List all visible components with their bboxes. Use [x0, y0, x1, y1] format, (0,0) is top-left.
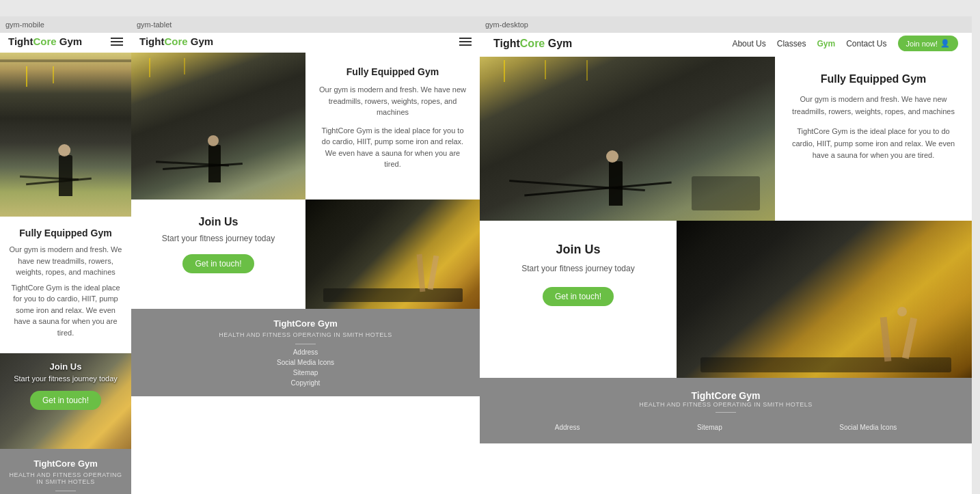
- equipped-text2: TightCore Gym is the ideal place for you…: [8, 282, 123, 339]
- desktop-hero-image: [480, 57, 775, 221]
- desktop-equipped-content: Fully Equipped Gym Our gym is modern and…: [775, 57, 972, 221]
- tablet-equipped-title: Fully Equipped Gym: [316, 66, 469, 77]
- nav-classes[interactable]: Classes: [777, 39, 806, 49]
- desktop-footer-tagline: HEALTH AND FITNESS OPERATING IN SMITH HO…: [496, 401, 955, 408]
- desktop-join-section: Join Us Start your fitness journey today…: [480, 221, 677, 378]
- tablet-join-title: Join Us: [145, 216, 292, 228]
- tablet-hamburger[interactable]: [459, 38, 472, 46]
- hamburger-menu[interactable]: [111, 38, 123, 46]
- desktop-footer-social[interactable]: Social Media Icons: [839, 424, 897, 431]
- tablet-brand: TightCore Gym: [139, 36, 213, 47]
- desktop-label: gym-desktop: [480, 16, 972, 33]
- tablet-treadmill-image: [305, 200, 480, 309]
- desktop-join-button[interactable]: Get in touch!: [543, 287, 614, 306]
- tablet-footer-tagline: HEALTH AND FITNESS OPERATING IN SMITH HO…: [139, 331, 472, 338]
- desktop-footer-address[interactable]: Address: [555, 424, 580, 431]
- mobile-label: gym-mobile: [0, 16, 131, 33]
- mobile-panel: gym-mobile TightCore Gym: [0, 16, 131, 494]
- desktop-equipped-text1: Our gym is modern and fresh. We have new…: [789, 94, 958, 118]
- desktop-footer: TightCore Gym HEALTH AND FITNESS OPERATI…: [480, 378, 972, 443]
- desktop-footer-links: Address Sitemap Social Media Icons: [496, 424, 955, 431]
- tablet-footer-social[interactable]: Social Media Icons: [277, 359, 334, 366]
- tablet-footer-brand: TightCore Gym: [139, 318, 472, 329]
- desktop-footer-brand: TightCore Gym: [496, 390, 955, 401]
- tablet-equipped-content: Fully Equipped Gym Our gym is modern and…: [305, 53, 480, 200]
- desktop-join-subtitle: Start your fitness journey today: [496, 264, 660, 273]
- desktop-join-nav-button[interactable]: Join now! 👤: [898, 36, 958, 51]
- equipped-text1: Our gym is modern and fresh. We have new…: [8, 244, 123, 278]
- equipped-title: Fully Equipped Gym: [8, 228, 123, 238]
- mobile-hero-image: [0, 53, 131, 217]
- brand-highlight: Core: [33, 36, 56, 47]
- tablet-footer: TightCore Gym HEALTH AND FITNESS OPERATI…: [131, 309, 480, 396]
- tablet-label: gym-tablet: [131, 16, 480, 33]
- desktop-navbar: TightCore Gym About Us Classes Gym Conta…: [480, 30, 972, 57]
- footer-tagline: HEALTH AND FITNESS OPERATING IN SMITH HO…: [8, 471, 123, 485]
- mobile-brand: TightCore Gym: [8, 36, 82, 47]
- desktop-brand-highlight: Core: [520, 38, 545, 49]
- desktop-treadmill-image: [677, 221, 972, 378]
- tablet-footer-address[interactable]: Address: [293, 348, 318, 356]
- desktop-footer-brand-section: TightCore Gym HEALTH AND FITNESS OPERATI…: [496, 390, 955, 417]
- mobile-equipped-section: Fully Equipped Gym Our gym is modern and…: [0, 217, 131, 353]
- tablet-top-section: Fully Equipped Gym Our gym is modern and…: [131, 53, 480, 200]
- desktop-brand: TightCore Gym: [493, 38, 572, 50]
- nav-gym[interactable]: Gym: [817, 39, 835, 49]
- tablet-panel: gym-tablet TightCore Gym: [131, 16, 480, 494]
- tablet-equipped-text1: Our gym is modern and fresh. We have new…: [316, 84, 469, 118]
- mobile-footer: TightCore Gym HEALTH AND FITNESS OPERATI…: [0, 449, 131, 494]
- mobile-join-button[interactable]: Get in touch!: [30, 391, 101, 410]
- desktop-panel: gym-desktop TightCore Gym About Us Class…: [480, 16, 972, 494]
- desktop-top-section: Fully Equipped Gym Our gym is modern and…: [480, 57, 972, 221]
- tablet-bottom-section: Join Us Start your fitness journey today…: [131, 200, 480, 309]
- tablet-hero-image: [131, 53, 305, 200]
- mobile-join-section: Join Us Start your fitness journey today…: [0, 353, 131, 449]
- desktop-bottom-section: Join Us Start your fitness journey today…: [480, 221, 972, 378]
- join-subtitle: Start your fitness journey today: [0, 374, 131, 383]
- tablet-equipped-text2: TightCore Gym is the ideal place for you…: [316, 125, 469, 170]
- tablet-footer-copyright[interactable]: Copyright: [291, 379, 321, 387]
- nav-contact-us[interactable]: Contact Us: [846, 39, 886, 49]
- tablet-join-section: Join Us Start your fitness journey today…: [131, 200, 305, 309]
- desktop-equipped-text2: TightCore Gym is the ideal place for you…: [789, 126, 958, 162]
- tablet-join-subtitle: Start your fitness journey today: [145, 234, 292, 243]
- footer-brand: TightCore Gym: [8, 458, 123, 469]
- tablet-footer-links: Address Social Media Icons Sitemap Copyr…: [139, 348, 472, 387]
- nav-about-us[interactable]: About Us: [732, 39, 765, 49]
- desktop-equipped-title: Fully Equipped Gym: [789, 73, 958, 85]
- join-title: Join Us: [0, 361, 131, 372]
- tablet-join-button[interactable]: Get in touch!: [182, 254, 254, 273]
- tablet-footer-sitemap[interactable]: Sitemap: [293, 369, 318, 376]
- desktop-join-title: Join Us: [496, 243, 660, 257]
- user-icon: 👤: [940, 39, 950, 48]
- desktop-footer-sitemap[interactable]: Sitemap: [697, 424, 722, 431]
- tablet-navbar: TightCore Gym: [131, 30, 480, 53]
- mobile-navbar: TightCore Gym: [0, 30, 131, 53]
